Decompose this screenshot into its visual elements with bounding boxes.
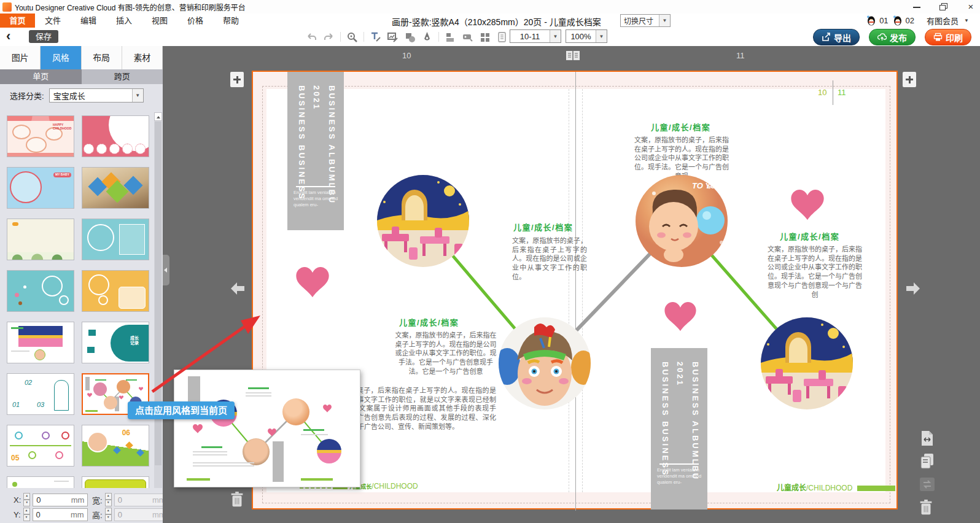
pen-tool-icon[interactable]: [421, 31, 433, 43]
style-thumbnail[interactable]: [82, 270, 149, 312]
sidebar-scrollbar[interactable]: [154, 112, 162, 488]
save-button[interactable]: 保存: [29, 30, 58, 43]
height-field[interactable]: 0 mm: [114, 508, 163, 521]
subtab-single-page[interactable]: 单页: [0, 69, 82, 84]
heart-icon[interactable]: [296, 267, 329, 298]
style-thumbnail[interactable]: 02 01 03: [7, 373, 74, 415]
delete-spread-icon[interactable]: [229, 491, 245, 508]
align-tool-icon[interactable]: [445, 31, 456, 43]
paragraph[interactable]: 文案，原指放书的桌子，后来指在桌子上写字的人。现在指的是公司或企业中从事文字工作…: [766, 245, 863, 299]
section-title[interactable]: 儿童/成长/档案: [513, 221, 573, 233]
width-field[interactable]: 0 mm: [114, 494, 163, 506]
slideshow-tool-icon[interactable]: [462, 31, 473, 43]
tab-image[interactable]: 图片: [0, 46, 41, 69]
document-title: 画册-竖款:竖款A4（210x285mm）20页 - 儿童成长档案: [392, 15, 601, 28]
section-title[interactable]: 儿童/成长/档案: [780, 230, 839, 242]
delete-page-icon[interactable]: [918, 499, 934, 516]
chevron-down-icon: ▼: [596, 30, 607, 42]
page-corner-numbers: 10 11: [818, 83, 861, 104]
text-tool-icon[interactable]: [370, 31, 381, 43]
paragraph[interactable]: 文案，原指放书的桌子，后来指在桌子上写字的人。现在指的是公司或企业中从事文字工作…: [512, 236, 587, 282]
subtab-spread-page[interactable]: 跨页: [82, 69, 163, 84]
tab-material[interactable]: 素材: [122, 46, 163, 69]
style-thumbnail[interactable]: 06: [82, 425, 149, 467]
style-thumbnail[interactable]: [82, 115, 149, 157]
minimize-icon[interactable]: [912, 3, 921, 10]
prev-spread-arrow-icon[interactable]: [229, 281, 246, 296]
image-tool-icon[interactable]: [387, 31, 399, 43]
spread-view-icon[interactable]: [566, 50, 580, 61]
style-thumbnail[interactable]: [82, 167, 149, 209]
zoom-level-dropdown[interactable]: 100% ▼: [566, 29, 607, 43]
menu-help[interactable]: 帮助: [213, 14, 249, 28]
menu-file[interactable]: 文件: [35, 14, 71, 28]
canvas-area[interactable]: 10 11 BUSINESS AL: [163, 46, 980, 523]
member-menu[interactable]: 有图会员: [927, 15, 959, 26]
cartoon-girl-photo[interactable]: TO YOU: [636, 175, 728, 267]
business-banner-left[interactable]: BUSINESS ALBUMLBU 2021 BUSINESS BUSINESS…: [287, 72, 344, 230]
menu-insert[interactable]: 插入: [106, 14, 142, 28]
print-button[interactable]: 印刷: [925, 29, 971, 45]
thumb-caption: HAPPY CHILDHOOD: [53, 123, 71, 130]
y-stepper[interactable]: ▲▼: [23, 508, 30, 521]
next-spread-arrow-icon[interactable]: [904, 281, 922, 296]
x-field[interactable]: 0 mm: [33, 494, 88, 506]
category-dropdown[interactable]: 宝宝成长 ▼: [49, 88, 144, 103]
scroll-up-icon[interactable]: [154, 112, 162, 121]
paragraph[interactable]: 文案，原指放书的桌子，后来指在桌子上写字的人。现在指的是公司或企业中从事文字工作…: [393, 331, 499, 376]
publish-button[interactable]: 发布: [869, 29, 916, 45]
style-thumbnail[interactable]: [7, 270, 74, 312]
boy-photo[interactable]: [499, 317, 591, 409]
width-stepper[interactable]: ▲▼: [105, 493, 112, 506]
classroom-photo[interactable]: [761, 317, 853, 409]
add-page-left-icon[interactable]: [230, 72, 244, 87]
sidebar-collapse-handle[interactable]: [163, 255, 169, 285]
menu-price[interactable]: 价格: [177, 14, 213, 28]
grid-tool-icon[interactable]: [479, 31, 491, 43]
style-thumbnail[interactable]: 05: [7, 425, 74, 467]
undo-icon[interactable]: [306, 31, 317, 43]
style-thumbnail[interactable]: [7, 219, 74, 260]
resize-page-icon[interactable]: [919, 430, 935, 447]
classroom-photo[interactable]: [377, 175, 469, 267]
style-thumbnail[interactable]: MY BABY: [7, 167, 74, 209]
tab-layout[interactable]: 布局: [82, 46, 122, 69]
section-title[interactable]: 儿童/成长/档案: [651, 121, 710, 133]
height-stepper[interactable]: ▲▼: [105, 508, 112, 521]
style-thumbnail[interactable]: HAPPY CHILDHOOD: [7, 115, 74, 157]
back-button[interactable]: ‹: [6, 28, 10, 44]
banner-title: BUSINESS ALBUMLBU 2021: [309, 85, 339, 230]
y-field[interactable]: 0 mm: [33, 508, 88, 521]
size-switch-dropdown[interactable]: 切换尺寸 ▼: [620, 14, 671, 27]
page-range-dropdown[interactable]: 10-11 ▼: [510, 29, 561, 43]
page-tool-icon[interactable]: [496, 31, 508, 43]
preview-photo: [243, 438, 270, 465]
style-thumbnail[interactable]: 成长记录: [82, 322, 149, 363]
x-stepper[interactable]: ▲▼: [23, 493, 30, 506]
heart-icon[interactable]: [664, 302, 696, 331]
heart-icon[interactable]: [791, 190, 824, 220]
restore-icon[interactable]: [939, 3, 948, 10]
section-title[interactable]: 儿童/成长/档案: [399, 316, 459, 328]
shape-tool-icon[interactable]: [404, 31, 416, 43]
menu-home[interactable]: 首页: [0, 14, 35, 28]
add-page-right-icon[interactable]: [903, 72, 916, 87]
style-thumbnail[interactable]: [7, 322, 74, 363]
style-thumbnail[interactable]: [82, 219, 149, 260]
zoom-tool-icon[interactable]: [346, 31, 358, 43]
export-button[interactable]: 导出: [813, 29, 860, 45]
copy-page-icon[interactable]: [919, 452, 935, 470]
export-icon: [822, 33, 831, 42]
close-icon[interactable]: ×: [966, 3, 975, 10]
menu-edit[interactable]: 编辑: [71, 14, 106, 28]
tab-style[interactable]: 风格: [41, 46, 81, 69]
qq-penguin-icon[interactable]: [892, 15, 902, 26]
qq-penguin-icon[interactable]: [866, 15, 876, 26]
paragraph[interactable]: 文案，原指放书的桌子，后来指在桌子上写字的人。现在指的是公司或企业中从事文字工作…: [632, 136, 731, 181]
footer-right[interactable]: 儿童成长/CHILDHOOD: [777, 482, 895, 492]
redo-icon[interactable]: [323, 31, 335, 43]
spine-line: [575, 72, 576, 511]
swap-page-icon[interactable]: [919, 476, 935, 493]
menu-view[interactable]: 视图: [142, 14, 177, 28]
business-banner-right[interactable]: BUSINESS ALBUMLBU 2021 BUSINESS BUSINESS…: [651, 348, 707, 509]
